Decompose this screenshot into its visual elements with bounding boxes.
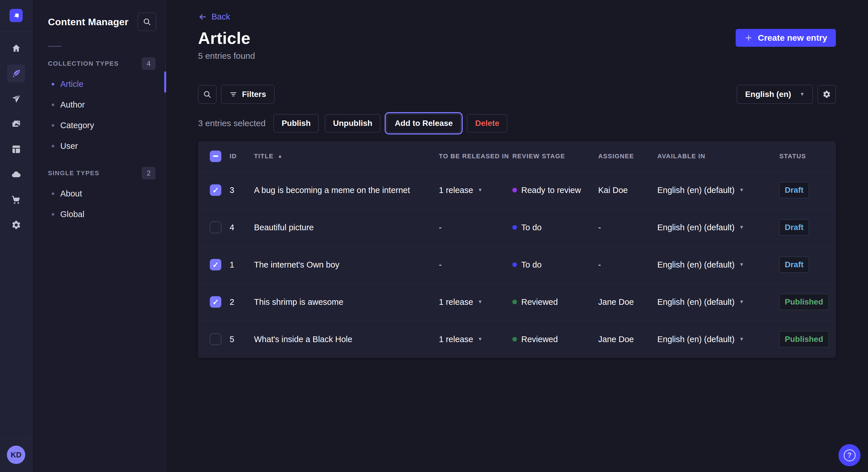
shopping-cart-icon bbox=[11, 195, 21, 205]
delete-button[interactable]: Delete bbox=[467, 114, 507, 133]
cell-available-in[interactable]: English (en) (default)▼ bbox=[654, 223, 776, 232]
row-checkbox[interactable] bbox=[210, 259, 221, 270]
stage-dot-icon bbox=[513, 188, 517, 193]
stage-label: To do bbox=[521, 223, 541, 232]
subnav-item-about[interactable]: About bbox=[33, 183, 165, 204]
table-row[interactable]: 3 A bug is becoming a meme on the intern… bbox=[198, 171, 836, 209]
table-row[interactable]: 5 What's inside a Black Hole 1 release▼ … bbox=[198, 321, 836, 358]
list-search-button[interactable] bbox=[198, 85, 216, 103]
stage-dot-icon bbox=[513, 300, 517, 304]
gear-icon bbox=[823, 90, 831, 99]
user-avatar[interactable]: KD bbox=[7, 446, 25, 464]
collection-types-label: COLLECTION TYPES bbox=[48, 60, 119, 67]
publish-button[interactable]: Publish bbox=[274, 114, 319, 133]
rail-bottom-divider bbox=[0, 438, 32, 438]
create-new-entry-button[interactable]: Create new entry bbox=[736, 29, 836, 47]
row-checkbox[interactable] bbox=[210, 334, 221, 345]
status-badge: Published bbox=[779, 331, 829, 347]
cell-release[interactable]: -▼ bbox=[436, 223, 509, 232]
cell-id: 1 bbox=[227, 260, 251, 270]
locale-label: English (en) (default) bbox=[657, 260, 735, 270]
column-header-release: TO BE RELEASED IN bbox=[436, 153, 509, 160]
help-button[interactable]: ? bbox=[838, 444, 861, 466]
cell-available-in[interactable]: English (en) (default)▼ bbox=[654, 260, 776, 270]
rail-item-settings[interactable] bbox=[7, 216, 25, 234]
cell-release[interactable]: 1 release▼ bbox=[436, 335, 509, 344]
create-new-entry-label: Create new entry bbox=[758, 33, 827, 43]
table-row[interactable]: 2 This shrimp is awesome 1 release▼ Revi… bbox=[198, 283, 836, 321]
locale-select[interactable]: English (en) ▼ bbox=[737, 85, 813, 104]
chevron-down-icon: ▼ bbox=[739, 262, 744, 268]
subnav-item-global[interactable]: Global bbox=[33, 204, 165, 225]
release-value: - bbox=[439, 223, 442, 232]
sort-ascending-icon[interactable]: ▲ bbox=[278, 154, 283, 159]
cell-available-in[interactable]: English (en) (default)▼ bbox=[654, 297, 776, 307]
cell-release[interactable]: -▼ bbox=[436, 260, 509, 270]
cell-available-in[interactable]: English (en) (default)▼ bbox=[654, 186, 776, 195]
rail-item-content-type-builder[interactable] bbox=[7, 140, 25, 158]
filters-button[interactable]: Filters bbox=[221, 85, 274, 104]
view-settings-button[interactable] bbox=[817, 85, 836, 103]
stage-label: Ready to review bbox=[521, 186, 581, 195]
unpublish-button[interactable]: Unpublish bbox=[325, 114, 380, 133]
cell-title: What's inside a Black Hole bbox=[251, 335, 436, 344]
cell-review-stage: To do bbox=[509, 223, 595, 232]
filter-icon bbox=[229, 90, 237, 98]
subnav-title: Content Manager bbox=[48, 16, 129, 28]
cell-available-in[interactable]: English (en) (default)▼ bbox=[654, 335, 776, 344]
cell-review-stage: To do bbox=[509, 260, 595, 270]
status-badge: Published bbox=[779, 294, 829, 310]
column-header-title[interactable]: TITLE ▲ bbox=[251, 153, 436, 160]
chevron-down-icon: ▼ bbox=[739, 299, 744, 305]
locale-label: English (en) (default) bbox=[657, 297, 735, 307]
rail-item-media-library[interactable] bbox=[7, 115, 25, 133]
row-checkbox[interactable] bbox=[210, 184, 221, 196]
main-content: Back Article Create new entry 5 entries … bbox=[166, 0, 868, 472]
rail-item-cloud[interactable] bbox=[7, 165, 25, 183]
chevron-down-icon: ▼ bbox=[477, 187, 483, 193]
cell-assignee: - bbox=[595, 223, 654, 232]
column-header-available-in: AVAILABLE IN bbox=[654, 153, 776, 160]
cell-assignee: Kai Doe bbox=[595, 186, 654, 195]
subnav-item-user[interactable]: User bbox=[33, 136, 165, 156]
rail-item-home[interactable] bbox=[7, 39, 25, 57]
subnav-item-label: User bbox=[60, 141, 78, 151]
cell-title: Beautiful picture bbox=[251, 223, 436, 232]
cell-release[interactable]: 1 release▼ bbox=[436, 297, 509, 307]
table-header-row: ID TITLE ▲ TO BE RELEASED IN REVIEW STAG… bbox=[198, 141, 836, 171]
single-types-section: SINGLE TYPES 2 About Global bbox=[33, 167, 165, 225]
stage-label: Reviewed bbox=[521, 335, 558, 344]
rail-divider bbox=[0, 32, 32, 32]
strapi-logo-icon bbox=[12, 12, 20, 20]
entries-table: ID TITLE ▲ TO BE RELEASED IN REVIEW STAG… bbox=[198, 141, 836, 358]
plus-icon bbox=[744, 34, 753, 42]
chevron-down-icon: ▼ bbox=[800, 92, 805, 97]
row-checkbox[interactable] bbox=[210, 296, 221, 308]
row-checkbox[interactable] bbox=[210, 222, 221, 233]
subnav-item-label: Article bbox=[60, 79, 84, 89]
stage-dot-icon bbox=[513, 337, 517, 341]
subnav-search-button[interactable] bbox=[138, 12, 156, 31]
release-value: 1 release bbox=[439, 297, 473, 307]
add-to-release-button[interactable]: Add to Release bbox=[386, 114, 461, 133]
subnav-item-author[interactable]: Author bbox=[33, 94, 165, 115]
strapi-logo[interactable] bbox=[9, 9, 23, 22]
search-icon bbox=[143, 18, 151, 26]
back-link[interactable]: Back bbox=[198, 12, 230, 22]
table-row[interactable]: 1 The internet's Own boy -▼ To do - Engl… bbox=[198, 246, 836, 283]
select-all-checkbox[interactable] bbox=[210, 150, 221, 162]
rail-item-marketplace[interactable] bbox=[7, 191, 25, 208]
rail-item-releases[interactable] bbox=[7, 90, 25, 107]
subnav-item-category[interactable]: Category bbox=[33, 115, 165, 136]
cell-release[interactable]: 1 release▼ bbox=[436, 186, 509, 195]
locale-label: English (en) (default) bbox=[657, 335, 735, 344]
subnav-item-article[interactable]: Article bbox=[33, 74, 165, 94]
rail-item-content-manager[interactable] bbox=[7, 65, 25, 82]
cloud-icon bbox=[11, 169, 21, 179]
subnav-item-label: Global bbox=[60, 210, 84, 219]
entries-found-text: 5 entries found bbox=[198, 51, 836, 61]
entries-selected-text: 3 entries selected bbox=[198, 119, 266, 128]
arrow-left-icon bbox=[198, 12, 207, 22]
chevron-down-icon: ▼ bbox=[739, 187, 744, 193]
table-row[interactable]: 4 Beautiful picture -▼ To do - English (… bbox=[198, 209, 836, 246]
